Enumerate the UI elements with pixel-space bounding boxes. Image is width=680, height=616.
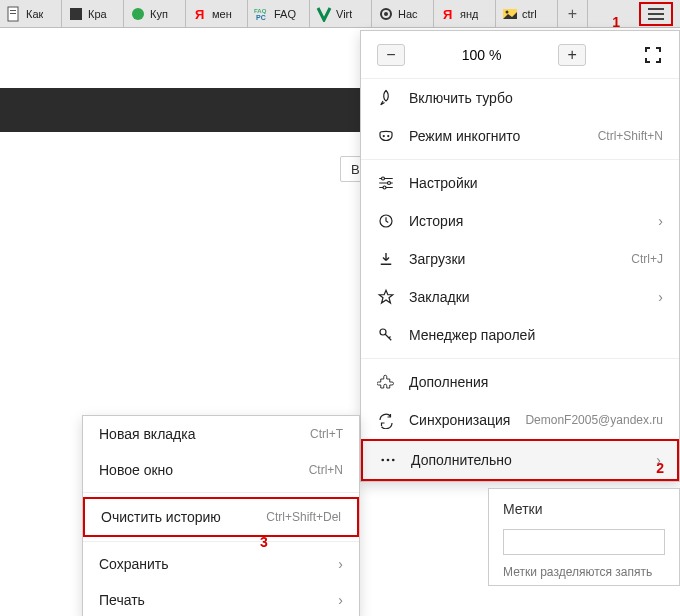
svg-point-9 xyxy=(384,12,388,16)
favicon-page-icon xyxy=(6,6,22,22)
favicon-yandex-icon: Я xyxy=(440,6,456,22)
menu-shortcut: Ctrl+J xyxy=(631,252,663,266)
menu-item-settings[interactable]: Настройки xyxy=(361,164,679,202)
svg-point-23 xyxy=(381,459,384,462)
svg-point-22 xyxy=(380,329,386,335)
menu-separator xyxy=(361,159,679,160)
tab-spacer xyxy=(588,0,632,27)
svg-point-19 xyxy=(388,182,391,185)
svg-point-20 xyxy=(383,186,386,189)
submenu-separator xyxy=(83,541,359,542)
main-menu: − 100 % + Включить турбо Режим инкогнито… xyxy=(360,30,680,482)
svg-rect-15 xyxy=(648,18,664,20)
svg-text:Я: Я xyxy=(195,7,204,22)
svg-point-24 xyxy=(387,459,390,462)
menu-item-downloads[interactable]: Загрузки Ctrl+J xyxy=(361,240,679,278)
menu-label: Дополнительно xyxy=(411,452,642,468)
menu-label: Режим инкогнито xyxy=(409,128,584,144)
tab-8[interactable]: ctrl xyxy=(496,0,558,27)
tab-title: FAQ xyxy=(274,8,296,20)
sliders-icon xyxy=(377,174,395,192)
submenu-item-save[interactable]: Сохранить › xyxy=(83,546,359,582)
menu-item-sync[interactable]: Синхронизация DemonF2005@yandex.ru xyxy=(361,401,679,439)
menu-label: Загрузки xyxy=(409,251,617,267)
fullscreen-button[interactable] xyxy=(643,45,663,65)
callout-2: 2 xyxy=(656,460,664,476)
menu-label: Закладки xyxy=(409,289,644,305)
menu-label: Дополнения xyxy=(409,374,663,390)
zoom-out-button[interactable]: − xyxy=(377,44,405,66)
tab-4[interactable]: FAQPCFAQ xyxy=(248,0,310,27)
svg-rect-2 xyxy=(10,13,16,14)
submenu-item-clear-history[interactable]: Очистить историю Ctrl+Shift+Del xyxy=(83,497,359,537)
menu-button[interactable] xyxy=(639,2,673,26)
menu-shortcut: Ctrl+Shift+N xyxy=(598,129,663,143)
chevron-right-icon: › xyxy=(338,592,343,608)
favicon-yandex-icon: Я xyxy=(192,6,208,22)
dots-icon xyxy=(379,451,397,469)
tab-title: Куп xyxy=(150,8,168,20)
menu-item-more[interactable]: Дополнительно › xyxy=(361,439,679,481)
menu-item-passwords[interactable]: Менеджер паролей xyxy=(361,316,679,354)
chevron-right-icon: › xyxy=(338,556,343,572)
labels-panel: Метки Метки разделяются запять xyxy=(488,488,680,586)
zoom-row: − 100 % + xyxy=(361,31,679,79)
submenu-shortcut: Ctrl+T xyxy=(310,427,343,441)
zoom-level: 100 % xyxy=(462,47,502,63)
submenu-label: Новое окно xyxy=(99,462,309,478)
menu-item-history[interactable]: История › xyxy=(361,202,679,240)
tab-strip: Как Кра Куп Ямен FAQPCFAQ Virt Нас Яянд … xyxy=(0,0,680,28)
favicon-picture-icon xyxy=(502,6,518,22)
menu-separator xyxy=(361,358,679,359)
tab-2[interactable]: Куп xyxy=(124,0,186,27)
tab-0[interactable]: Как xyxy=(0,0,62,27)
submenu-label: Очистить историю xyxy=(101,509,266,525)
menu-item-bookmarks[interactable]: Закладки › xyxy=(361,278,679,316)
tab-title: Нас xyxy=(398,8,418,20)
favicon-page-dark-icon xyxy=(68,6,84,22)
svg-rect-14 xyxy=(648,13,664,15)
tab-title: Как xyxy=(26,8,43,20)
svg-point-12 xyxy=(506,10,509,13)
svg-point-4 xyxy=(132,8,144,20)
key-icon xyxy=(377,326,395,344)
submenu-item-new-tab[interactable]: Новая вкладка Ctrl+T xyxy=(83,416,359,452)
tab-3[interactable]: Ямен xyxy=(186,0,248,27)
tab-title: янд xyxy=(460,8,478,20)
clock-icon xyxy=(377,212,395,230)
menu-label: История xyxy=(409,213,644,229)
tab-7[interactable]: Яянд xyxy=(434,0,496,27)
submenu-label: Сохранить xyxy=(99,556,338,572)
download-icon xyxy=(377,250,395,268)
tab-6[interactable]: Нас xyxy=(372,0,434,27)
svg-point-18 xyxy=(382,177,385,180)
menu-item-incognito[interactable]: Режим инкогнито Ctrl+Shift+N xyxy=(361,117,679,155)
mask-icon xyxy=(377,127,395,145)
menu-label: Синхронизация xyxy=(409,412,511,428)
new-tab-button[interactable]: + xyxy=(558,0,588,27)
menu-hint: DemonF2005@yandex.ru xyxy=(525,413,663,427)
tab-title: Кра xyxy=(88,8,107,20)
submenu-label: Печать xyxy=(99,592,338,608)
favicon-faq-icon: FAQPC xyxy=(254,6,270,22)
panel-hint: Метки разделяются запять xyxy=(503,565,665,579)
submenu-item-new-window[interactable]: Новое окно Ctrl+N xyxy=(83,452,359,488)
menu-item-turbo[interactable]: Включить турбо xyxy=(361,79,679,117)
favicon-virt-icon xyxy=(316,6,332,22)
submenu-shortcut: Ctrl+N xyxy=(309,463,343,477)
chevron-right-icon: › xyxy=(658,289,663,305)
sync-icon xyxy=(377,411,395,429)
panel-title: Метки xyxy=(503,501,665,517)
tab-5[interactable]: Virt xyxy=(310,0,372,27)
labels-input[interactable] xyxy=(503,529,665,555)
menu-item-addons[interactable]: Дополнения xyxy=(361,363,679,401)
submenu-item-print[interactable]: Печать › xyxy=(83,582,359,616)
zoom-in-button[interactable]: + xyxy=(558,44,586,66)
chevron-right-icon: › xyxy=(658,213,663,229)
svg-point-25 xyxy=(392,459,395,462)
tab-title: мен xyxy=(212,8,232,20)
tab-1[interactable]: Кра xyxy=(62,0,124,27)
submenu-shortcut: Ctrl+Shift+Del xyxy=(266,510,341,524)
submenu-label: Новая вкладка xyxy=(99,426,310,442)
star-outline-icon xyxy=(377,288,395,306)
